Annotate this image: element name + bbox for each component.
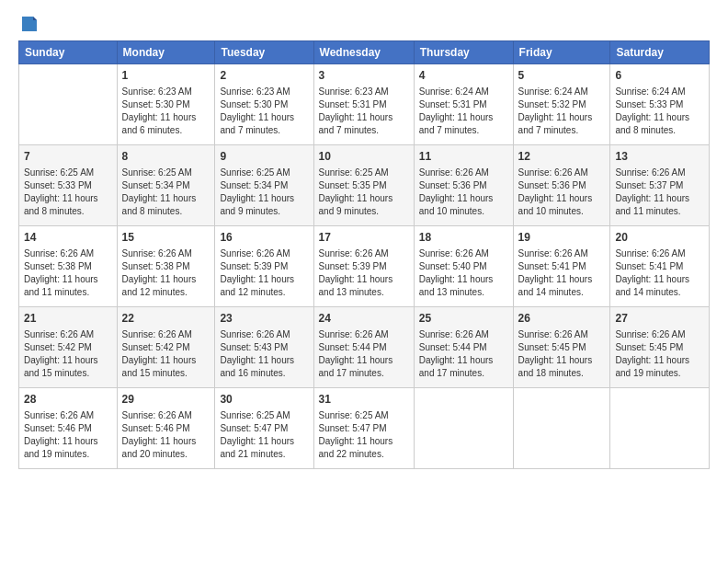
day-number: 16 (220, 230, 308, 246)
calendar-cell: 10 Sunrise: 6:25 AM Sunset: 5:35 PM Dayl… (313, 145, 414, 226)
calendar-cell: 20 Sunrise: 6:26 AM Sunset: 5:41 PM Dayl… (610, 226, 710, 307)
calendar-cell: 2 Sunrise: 6:23 AM Sunset: 5:30 PM Dayli… (215, 64, 313, 145)
sunrise-text: Sunrise: 6:26 AM (24, 329, 94, 339)
daylight-text: Daylight: 11 hours and 15 minutes. (122, 355, 197, 378)
day-number: 11 (419, 149, 508, 165)
sunset-text: Sunset: 5:45 PM (518, 342, 586, 352)
logo-icon (20, 15, 37, 31)
sunrise-text: Sunrise: 6:26 AM (518, 329, 588, 339)
weekday-header-tuesday: Tuesday (215, 41, 313, 64)
sunset-text: Sunset: 5:36 PM (518, 180, 586, 190)
sunrise-text: Sunrise: 6:26 AM (419, 248, 489, 259)
day-number: 22 (122, 311, 210, 327)
sunrise-text: Sunrise: 6:26 AM (518, 248, 588, 259)
sunset-text: Sunset: 5:33 PM (24, 180, 92, 190)
daylight-text: Daylight: 11 hours and 17 minutes. (419, 355, 494, 378)
sunset-text: Sunset: 5:31 PM (419, 99, 487, 109)
calendar-cell: 27 Sunrise: 6:26 AM Sunset: 5:45 PM Dayl… (610, 307, 710, 388)
calendar-cell (414, 388, 513, 469)
calendar-cell: 6 Sunrise: 6:24 AM Sunset: 5:33 PM Dayli… (610, 64, 710, 145)
sunset-text: Sunset: 5:35 PM (319, 180, 387, 190)
calendar-cell: 21 Sunrise: 6:26 AM Sunset: 5:42 PM Dayl… (19, 307, 118, 388)
daylight-text: Daylight: 11 hours and 11 minutes. (24, 274, 98, 297)
calendar-week-1: 1 Sunrise: 6:23 AM Sunset: 5:30 PM Dayli… (19, 64, 710, 145)
sunrise-text: Sunrise: 6:26 AM (220, 329, 290, 339)
sunrise-text: Sunrise: 6:25 AM (319, 167, 389, 178)
calendar-cell: 24 Sunrise: 6:26 AM Sunset: 5:44 PM Dayl… (313, 307, 414, 388)
day-number: 13 (615, 149, 704, 165)
calendar-cell: 4 Sunrise: 6:24 AM Sunset: 5:31 PM Dayli… (414, 64, 513, 145)
calendar-cell: 13 Sunrise: 6:26 AM Sunset: 5:37 PM Dayl… (610, 145, 710, 226)
calendar-cell (19, 64, 118, 145)
day-number: 5 (518, 68, 606, 84)
day-number: 3 (319, 68, 409, 84)
calendar-cell: 28 Sunrise: 6:26 AM Sunset: 5:46 PM Dayl… (19, 388, 118, 469)
day-number: 12 (518, 149, 606, 165)
day-number: 29 (122, 392, 210, 408)
day-number: 20 (615, 230, 704, 246)
sunset-text: Sunset: 5:34 PM (122, 180, 190, 190)
calendar-cell: 12 Sunrise: 6:26 AM Sunset: 5:36 PM Dayl… (513, 145, 610, 226)
day-number: 31 (319, 392, 409, 408)
calendar-cell: 8 Sunrise: 6:25 AM Sunset: 5:34 PM Dayli… (117, 145, 215, 226)
calendar-cell: 30 Sunrise: 6:25 AM Sunset: 5:47 PM Dayl… (215, 388, 313, 469)
daylight-text: Daylight: 11 hours and 13 minutes. (319, 274, 393, 297)
calendar-cell: 31 Sunrise: 6:25 AM Sunset: 5:47 PM Dayl… (313, 388, 414, 469)
sunset-text: Sunset: 5:39 PM (220, 261, 288, 271)
day-number: 15 (122, 230, 210, 246)
daylight-text: Daylight: 11 hours and 14 minutes. (615, 274, 689, 297)
sunset-text: Sunset: 5:44 PM (319, 342, 387, 352)
day-number: 7 (24, 149, 112, 165)
day-number: 19 (518, 230, 606, 246)
weekday-header-monday: Monday (117, 41, 215, 64)
sunrise-text: Sunrise: 6:25 AM (220, 410, 290, 420)
day-number: 9 (220, 149, 308, 165)
daylight-text: Daylight: 11 hours and 7 minutes. (518, 112, 593, 135)
sunset-text: Sunset: 5:31 PM (319, 99, 387, 109)
sunrise-text: Sunrise: 6:25 AM (319, 410, 389, 420)
daylight-text: Daylight: 11 hours and 10 minutes. (518, 193, 593, 216)
daylight-text: Daylight: 11 hours and 12 minutes. (122, 274, 197, 297)
day-number: 24 (319, 311, 409, 327)
calendar-cell: 5 Sunrise: 6:24 AM Sunset: 5:32 PM Dayli… (513, 64, 610, 145)
calendar-cell: 25 Sunrise: 6:26 AM Sunset: 5:44 PM Dayl… (414, 307, 513, 388)
sunset-text: Sunset: 5:38 PM (122, 261, 190, 271)
calendar-cell: 29 Sunrise: 6:26 AM Sunset: 5:46 PM Dayl… (117, 388, 215, 469)
sunrise-text: Sunrise: 6:26 AM (122, 329, 192, 339)
sunset-text: Sunset: 5:30 PM (220, 99, 288, 109)
sunrise-text: Sunrise: 6:26 AM (319, 248, 389, 259)
sunset-text: Sunset: 5:42 PM (24, 342, 92, 352)
day-number: 14 (24, 230, 112, 246)
calendar-week-5: 28 Sunrise: 6:26 AM Sunset: 5:46 PM Dayl… (19, 388, 710, 469)
sunset-text: Sunset: 5:42 PM (122, 342, 190, 352)
sunrise-text: Sunrise: 6:26 AM (24, 410, 94, 420)
daylight-text: Daylight: 11 hours and 15 minutes. (24, 355, 98, 378)
calendar-cell: 23 Sunrise: 6:26 AM Sunset: 5:43 PM Dayl… (215, 307, 313, 388)
daylight-text: Daylight: 11 hours and 19 minutes. (615, 355, 689, 378)
daylight-text: Daylight: 11 hours and 20 minutes. (122, 436, 197, 459)
sunset-text: Sunset: 5:46 PM (122, 423, 190, 433)
daylight-text: Daylight: 11 hours and 9 minutes. (220, 193, 294, 216)
daylight-text: Daylight: 11 hours and 7 minutes. (220, 112, 294, 135)
sunset-text: Sunset: 5:44 PM (419, 342, 487, 352)
sunrise-text: Sunrise: 6:25 AM (122, 167, 192, 178)
sunset-text: Sunset: 5:38 PM (24, 261, 92, 271)
daylight-text: Daylight: 11 hours and 14 minutes. (518, 274, 593, 297)
day-number: 1 (122, 68, 210, 84)
calendar-cell: 22 Sunrise: 6:26 AM Sunset: 5:42 PM Dayl… (117, 307, 215, 388)
sunrise-text: Sunrise: 6:23 AM (122, 86, 192, 97)
sunrise-text: Sunrise: 6:25 AM (24, 167, 94, 178)
sunset-text: Sunset: 5:41 PM (518, 261, 586, 271)
daylight-text: Daylight: 11 hours and 7 minutes. (419, 112, 494, 135)
weekday-header-saturday: Saturday (610, 41, 710, 64)
day-number: 27 (615, 311, 704, 327)
daylight-text: Daylight: 11 hours and 16 minutes. (220, 355, 294, 378)
day-number: 2 (220, 68, 308, 84)
sunset-text: Sunset: 5:45 PM (615, 342, 683, 352)
calendar-cell (513, 388, 610, 469)
daylight-text: Daylight: 11 hours and 8 minutes. (615, 112, 689, 135)
day-number: 25 (419, 311, 508, 327)
daylight-text: Daylight: 11 hours and 10 minutes. (419, 193, 494, 216)
sunrise-text: Sunrise: 6:26 AM (122, 248, 192, 259)
sunrise-text: Sunrise: 6:26 AM (518, 167, 588, 178)
